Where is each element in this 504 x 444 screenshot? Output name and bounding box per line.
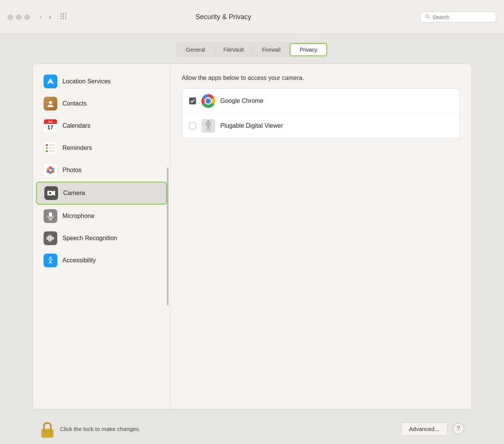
sidebar-item-label-reminders: Reminders xyxy=(63,145,92,151)
svg-marker-11 xyxy=(47,78,54,84)
svg-point-36 xyxy=(206,98,211,104)
search-input[interactable] xyxy=(433,14,491,20)
chrome-icon xyxy=(201,94,215,108)
tabs: General FileVault Firewall Privacy xyxy=(176,42,328,57)
sidebar-item-camera[interactable]: Camera xyxy=(36,182,167,205)
sidebar-item-label-accessibility: Accessibility xyxy=(63,257,96,264)
tab-filevault[interactable]: FileVault xyxy=(214,43,253,56)
camera-icon xyxy=(44,186,58,200)
svg-rect-26 xyxy=(47,237,48,240)
search-bar[interactable] xyxy=(420,11,496,23)
svg-point-41 xyxy=(206,122,211,126)
accessibility-icon xyxy=(44,254,57,267)
svg-point-12 xyxy=(49,101,52,104)
minimize-button[interactable] xyxy=(16,15,21,20)
sidebar-item-photos[interactable]: Photos xyxy=(36,159,167,181)
svg-marker-21 xyxy=(53,190,55,196)
svg-point-22 xyxy=(49,192,51,194)
main-content: General FileVault Firewall Privacy Locat… xyxy=(0,34,504,444)
sidebar-item-microphone[interactable]: Microphone xyxy=(36,205,167,227)
calendars-icon: JUL 17 xyxy=(44,119,57,133)
svg-rect-23 xyxy=(49,212,52,217)
app-item-chrome: Google Chrome xyxy=(182,89,460,114)
chrome-checkbox[interactable] xyxy=(189,98,196,104)
sidebar: Location Services Contacts xyxy=(33,64,170,409)
sidebar-item-label-contacts: Contacts xyxy=(63,100,87,107)
svg-point-18 xyxy=(51,170,54,173)
app-name-chrome: Google Chrome xyxy=(220,98,264,104)
svg-point-9 xyxy=(426,15,429,18)
sidebar-item-accessibility[interactable]: Accessibility xyxy=(36,250,167,271)
svg-line-10 xyxy=(429,18,430,19)
svg-point-19 xyxy=(49,169,52,171)
microphone-icon xyxy=(44,209,57,223)
svg-point-37 xyxy=(206,99,210,103)
location-icon xyxy=(44,75,57,88)
right-panel: Allow the apps below to access your came… xyxy=(170,64,472,409)
sidebar-item-label-location: Location Services xyxy=(63,78,111,85)
apps-list: Google Chrome xyxy=(182,88,460,138)
sidebar-item-reminders[interactable]: Reminders xyxy=(36,137,167,159)
sidebar-item-calendars[interactable]: JUL 17 Calendars xyxy=(36,115,167,137)
window-title: Security & Privacy xyxy=(27,13,420,21)
reminders-icon xyxy=(44,141,57,155)
app-item-plugable: Plugable Digital Viewer xyxy=(182,114,460,138)
svg-point-38 xyxy=(207,100,209,102)
svg-rect-30 xyxy=(53,237,54,239)
contacts-icon xyxy=(44,97,57,111)
sidebar-scrollbar[interactable] xyxy=(167,168,169,306)
lock-icon[interactable] xyxy=(40,421,55,436)
tab-privacy[interactable]: Privacy xyxy=(290,43,327,56)
lock-text: Click the lock to make changes. xyxy=(60,426,401,432)
svg-rect-28 xyxy=(50,235,51,242)
svg-rect-27 xyxy=(48,236,49,241)
title-bar: ‹ › Security & Privacy xyxy=(0,0,504,34)
svg-point-31 xyxy=(49,257,51,259)
app-name-plugable: Plugable Digital Viewer xyxy=(220,122,283,129)
bottom-bar: Click the lock to make changes. Advanced… xyxy=(32,413,472,444)
plugable-checkbox[interactable] xyxy=(189,122,196,129)
search-icon xyxy=(425,14,430,20)
help-button[interactable]: ? xyxy=(453,423,464,434)
sidebar-item-label-camera: Camera xyxy=(63,190,85,197)
photos-icon xyxy=(44,163,57,177)
panel: Location Services Contacts xyxy=(32,63,472,410)
sidebar-item-location[interactable]: Location Services xyxy=(36,71,167,92)
close-button[interactable] xyxy=(8,15,13,20)
sidebar-item-contacts[interactable]: Contacts xyxy=(36,93,167,114)
tab-general[interactable]: General xyxy=(177,43,214,56)
plugable-icon xyxy=(201,119,215,133)
sidebar-item-label-photos: Photos xyxy=(63,167,82,174)
sidebar-item-label-speech: Speech Recognition xyxy=(63,235,117,242)
sidebar-item-speech[interactable]: Speech Recognition xyxy=(36,228,167,249)
advanced-button[interactable]: Advanced... xyxy=(401,422,447,436)
sidebar-item-label-microphone: Microphone xyxy=(63,213,95,220)
sidebar-item-label-calendars: Calendars xyxy=(63,122,91,129)
tab-firewall[interactable]: Firewall xyxy=(253,43,290,56)
panel-description: Allow the apps below to access your came… xyxy=(182,75,460,81)
speech-icon xyxy=(44,231,57,245)
svg-point-17 xyxy=(47,170,50,173)
svg-rect-29 xyxy=(51,236,52,241)
